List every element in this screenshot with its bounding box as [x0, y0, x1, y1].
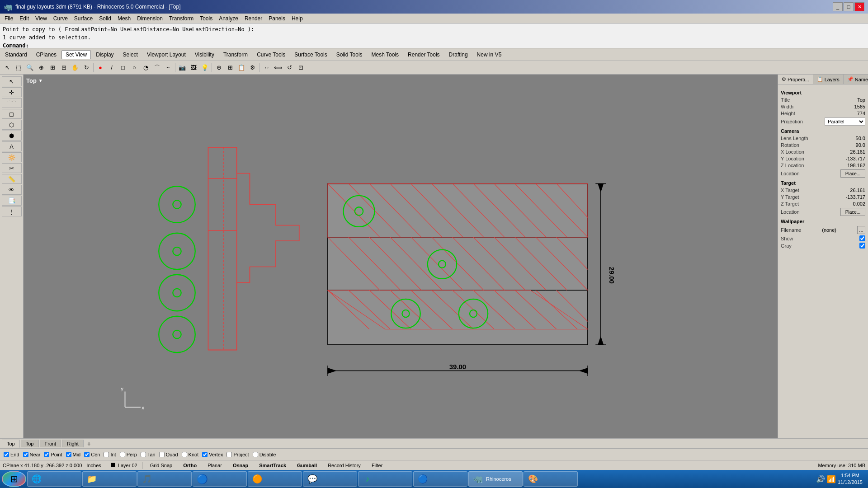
osnap-end-check[interactable] — [4, 452, 9, 457]
osnap-perp-check[interactable] — [120, 452, 125, 457]
tab-standard[interactable]: Standard — [1, 50, 31, 59]
cam-place-button[interactable]: Place... — [840, 169, 865, 178]
maximize-button[interactable]: □ — [844, 2, 854, 11]
mirror-btn[interactable]: ⟺ — [273, 62, 283, 73]
menu-transform[interactable]: Transform — [166, 14, 196, 23]
polyline-btn[interactable]: ⌒ — [151, 62, 162, 73]
menu-curve[interactable]: Curve — [51, 14, 71, 23]
edit-tools[interactable]: ✂ — [2, 163, 22, 173]
menu-panels[interactable]: Panels — [266, 14, 288, 23]
taskbar-chrome[interactable]: 🔵 — [193, 471, 247, 487]
light-btn[interactable]: 💡 — [199, 62, 210, 73]
visibility-btn[interactable]: 👁 — [2, 185, 22, 195]
tab-setview[interactable]: Set View — [61, 50, 91, 59]
tab-visibility[interactable]: Visibility — [191, 50, 218, 59]
volume-icon[interactable]: 🔊 — [816, 475, 825, 483]
select-arrow[interactable]: ↖ — [2, 76, 22, 86]
render-btn[interactable]: 🖼 — [188, 62, 199, 73]
props-tab-properties[interactable]: ⚙ Properti... — [778, 75, 813, 84]
tab-display[interactable]: Display — [92, 50, 118, 59]
zoom-extent-all[interactable]: ⊟ — [58, 62, 69, 73]
system-clock[interactable]: 1:54 PM 11/12/2015 — [838, 472, 863, 486]
menu-mesh[interactable]: Mesh — [115, 14, 133, 23]
minimize-button[interactable]: _ — [833, 2, 843, 11]
network-icon[interactable]: 📶 — [827, 475, 836, 483]
taskbar-spotify[interactable]: ♪ — [358, 471, 412, 487]
props-tab-named[interactable]: 📌 Named... — [844, 75, 868, 84]
osnap-tan-check[interactable] — [141, 452, 146, 457]
curve-btn[interactable]: ~ — [163, 62, 174, 73]
analyze-btn[interactable]: 📏 — [2, 174, 22, 184]
viewport-tab-top2[interactable]: Top — [21, 440, 39, 447]
projection-select[interactable]: Parallel Perspective — [825, 117, 865, 126]
taskbar-skype[interactable]: 💬 — [303, 471, 357, 487]
layer-mgr[interactable]: 📑 — [2, 196, 22, 206]
start-button[interactable]: ⊞ — [2, 471, 26, 487]
taskbar-explorer[interactable]: 📁 — [82, 471, 137, 487]
taskbar-ie[interactable]: 🌐 — [27, 471, 81, 487]
move-btn[interactable]: ✛ — [2, 87, 22, 97]
select-tool[interactable]: ↖ — [2, 62, 13, 73]
smarttrack-btn[interactable]: SmartTrack — [256, 462, 289, 469]
ortho-btn[interactable]: Ortho — [180, 462, 200, 469]
osnap-int-check[interactable] — [104, 452, 109, 457]
tab-curve-tools[interactable]: Curve Tools — [253, 50, 289, 59]
viewport-tab-right[interactable]: Right — [62, 440, 84, 447]
menu-edit[interactable]: Edit — [17, 14, 32, 23]
filter-btn[interactable]: Filter — [368, 462, 386, 469]
scale-btn[interactable]: ⊡ — [295, 62, 306, 73]
menu-dimension[interactable]: Dimension — [134, 14, 165, 23]
layer-btn[interactable]: 📋 — [236, 62, 247, 73]
osnap-near-check[interactable] — [23, 452, 28, 457]
taskbar-app2[interactable]: 🔵 — [413, 471, 467, 487]
transform-btn[interactable]: ↔ — [261, 62, 272, 73]
viewport-tab-top1[interactable]: Top — [2, 440, 20, 448]
rotate-tool[interactable]: ↻ — [81, 62, 92, 73]
gray-checkbox[interactable] — [859, 243, 865, 249]
menu-surface[interactable]: Surface — [71, 14, 95, 23]
add-viewport-button[interactable]: + — [85, 440, 94, 448]
arc-btn[interactable]: ◔ — [140, 62, 151, 73]
menu-solid[interactable]: Solid — [96, 14, 114, 23]
snap-btn[interactable]: ⊕ — [213, 62, 224, 73]
circle-btn[interactable]: ○ — [129, 62, 140, 73]
tgt-place-button[interactable]: Place... — [840, 208, 865, 216]
taskbar-paint[interactable]: 🎨 — [524, 471, 578, 487]
osnap-mid-check[interactable] — [66, 452, 71, 457]
rotate3d-btn[interactable]: ↺ — [284, 62, 295, 73]
render-tools2[interactable]: 🔆 — [2, 152, 22, 162]
zoom-window[interactable]: ⊕ — [36, 62, 47, 73]
gumball-btn[interactable]: Gumball — [294, 462, 320, 469]
osnap-quad-check[interactable] — [159, 452, 165, 457]
grid-snap-btn[interactable]: Grid Snap — [147, 462, 176, 469]
rect-btn[interactable]: □ — [118, 62, 128, 73]
show-checkbox[interactable] — [859, 235, 865, 241]
props-tab-layers[interactable]: 📋 Layers — [813, 75, 844, 84]
osnap-knot-check[interactable] — [182, 452, 187, 457]
solid-tools2[interactable]: ⬡ — [2, 120, 22, 130]
menu-file[interactable]: File — [2, 14, 16, 23]
grid-btn[interactable]: ⊞ — [225, 62, 236, 73]
tab-mesh-tools[interactable]: Mesh Tools — [368, 50, 403, 59]
menu-tools[interactable]: Tools — [197, 14, 215, 23]
tab-render-tools[interactable]: Render Tools — [404, 50, 444, 59]
close-button[interactable]: ✕ — [854, 2, 864, 11]
viewport-tab-front[interactable]: Front — [40, 440, 61, 447]
tab-cplanes[interactable]: CPlanes — [32, 50, 61, 59]
tab-solid-tools[interactable]: Solid Tools — [332, 50, 367, 59]
menu-help[interactable]: Help — [289, 14, 306, 23]
menu-view[interactable]: View — [33, 14, 50, 23]
taskbar-media[interactable]: 🎵 — [137, 471, 192, 487]
planar-btn[interactable]: Planar — [204, 462, 225, 469]
osnap-cen-check[interactable] — [84, 452, 90, 457]
point-btn[interactable]: ● — [95, 62, 106, 73]
taskbar-app1[interactable]: 🟠 — [248, 471, 302, 487]
tab-new-v5[interactable]: New in V5 — [473, 50, 506, 59]
osnap-project-check[interactable] — [226, 452, 232, 457]
tab-drafting[interactable]: Drafting — [445, 50, 472, 59]
tab-select[interactable]: Select — [119, 50, 142, 59]
osnap-point-check[interactable] — [44, 452, 49, 457]
pan-tool[interactable]: ✋ — [70, 62, 80, 73]
record-history-btn[interactable]: Record History — [325, 462, 364, 469]
line-btn[interactable]: / — [106, 62, 117, 73]
